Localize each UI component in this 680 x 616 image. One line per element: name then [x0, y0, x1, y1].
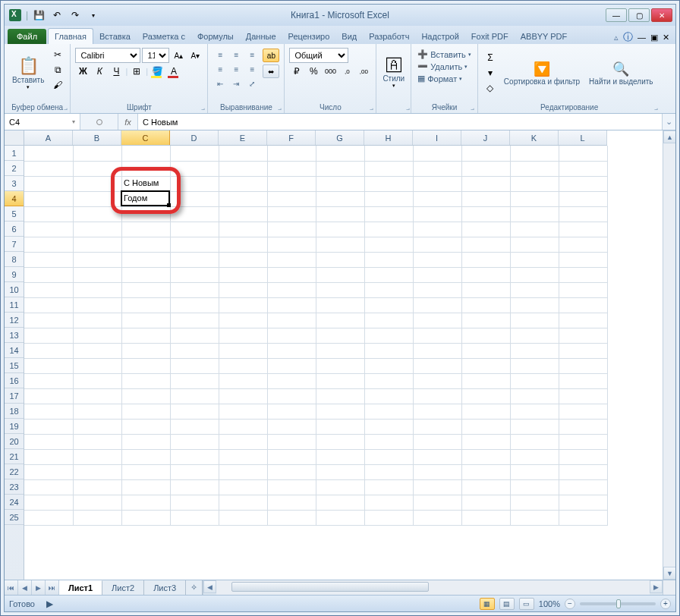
- maximize-button[interactable]: ▢: [628, 8, 650, 22]
- sheet-tab-2[interactable]: Лист2: [102, 580, 144, 595]
- col-header-C[interactable]: C: [121, 130, 170, 145]
- row-header-3[interactable]: 3: [5, 176, 24, 191]
- col-header-B[interactable]: B: [73, 130, 121, 145]
- scroll-down-icon[interactable]: ▼: [663, 567, 675, 580]
- percent-icon[interactable]: %: [306, 64, 321, 78]
- format-painter-icon[interactable]: 🖌: [50, 78, 65, 92]
- row-header-11[interactable]: 11: [5, 297, 24, 313]
- find-select-button[interactable]: 🔍 Найти и выделить: [586, 48, 656, 98]
- align-top-icon[interactable]: ≡: [212, 48, 228, 61]
- cut-icon[interactable]: ✂: [50, 48, 65, 61]
- row-header-18[interactable]: 18: [5, 404, 24, 419]
- decrease-decimal-icon[interactable]: ,00: [356, 64, 371, 78]
- row-header-1[interactable]: 1: [5, 146, 24, 161]
- increase-indent-icon[interactable]: ⇥: [228, 77, 244, 90]
- workbook-close-icon[interactable]: ✕: [663, 33, 669, 42]
- border-icon[interactable]: ⊞: [129, 64, 144, 78]
- col-header-I[interactable]: I: [413, 130, 461, 145]
- col-header-F[interactable]: F: [267, 130, 316, 145]
- row-header-20[interactable]: 20: [5, 434, 24, 449]
- col-header-L[interactable]: L: [559, 130, 607, 145]
- tab-formulas[interactable]: Формулы: [191, 29, 240, 44]
- col-header-J[interactable]: J: [461, 130, 510, 145]
- redo-icon[interactable]: ↷: [68, 8, 83, 23]
- row-header-21[interactable]: 21: [5, 449, 24, 464]
- row-header-4[interactable]: 4: [5, 191, 24, 206]
- workbook-restore-icon[interactable]: ▣: [650, 33, 658, 42]
- wrap-text-button[interactable]: ab: [263, 49, 279, 62]
- select-all-corner[interactable]: [5, 130, 24, 146]
- row-header-13[interactable]: 13: [5, 328, 24, 343]
- font-name-select[interactable]: Calibri: [75, 48, 140, 63]
- decrease-indent-icon[interactable]: ⇤: [212, 77, 228, 90]
- comma-icon[interactable]: 000: [323, 64, 338, 78]
- currency-icon[interactable]: ₽: [289, 64, 304, 78]
- underline-button[interactable]: Ч: [109, 64, 124, 78]
- minimize-ribbon-icon[interactable]: ▵: [614, 33, 619, 42]
- zoom-slider[interactable]: [580, 602, 656, 605]
- row-header-5[interactable]: 5: [5, 206, 24, 222]
- tab-insert[interactable]: Вставка: [93, 29, 137, 44]
- sheet-last-icon[interactable]: ⏭: [46, 580, 59, 595]
- scroll-left-icon[interactable]: ◀: [203, 580, 216, 593]
- font-size-select[interactable]: 11: [142, 48, 169, 63]
- delete-cells-button[interactable]: ➖Удалить▾: [416, 61, 469, 72]
- sheet-tab-3[interactable]: Лист3: [144, 580, 186, 595]
- insert-cells-button[interactable]: ➕Вставить▾: [416, 49, 473, 60]
- align-right-icon[interactable]: ≡: [244, 62, 260, 76]
- save-icon[interactable]: 💾: [31, 8, 46, 23]
- format-cells-button[interactable]: ▦Формат▾: [416, 73, 464, 84]
- expand-formula-bar-icon[interactable]: ⌄: [662, 114, 675, 130]
- row-header-9[interactable]: 9: [5, 267, 24, 282]
- sheet-next-icon[interactable]: ▶: [32, 580, 46, 595]
- row-header-22[interactable]: 22: [5, 464, 24, 479]
- copy-icon[interactable]: ⧉: [50, 63, 65, 77]
- name-box[interactable]: C4▾: [5, 114, 80, 130]
- tab-pagelayout[interactable]: Разметка с: [137, 29, 191, 44]
- styles-button[interactable]: 🄰 Стили ▾: [379, 48, 408, 98]
- tab-addins[interactable]: Надстрой: [415, 29, 464, 44]
- col-header-K[interactable]: K: [510, 130, 559, 145]
- hscroll-track[interactable]: [216, 580, 650, 595]
- align-center-icon[interactable]: ≡: [228, 62, 244, 76]
- fill-color-icon[interactable]: 🪣: [150, 64, 165, 78]
- cells-area[interactable]: С Новым Годом: [24, 146, 663, 580]
- align-left-icon[interactable]: ≡: [212, 62, 228, 76]
- row-header-8[interactable]: 8: [5, 252, 24, 267]
- paste-button[interactable]: 📋 Вставить ▾: [9, 48, 47, 98]
- col-header-D[interactable]: D: [170, 130, 219, 145]
- tab-data[interactable]: Данные: [240, 29, 282, 44]
- tab-home[interactable]: Главная: [48, 28, 93, 44]
- help-icon[interactable]: ⓘ: [623, 30, 633, 44]
- fill-icon[interactable]: ▾: [483, 66, 498, 80]
- row-header-10[interactable]: 10: [5, 282, 24, 297]
- autosum-icon[interactable]: Σ: [483, 51, 498, 64]
- merge-center-button[interactable]: ⬌: [263, 64, 279, 78]
- row-header-16[interactable]: 16: [5, 373, 24, 388]
- align-bottom-icon[interactable]: ≡: [244, 48, 260, 61]
- tab-review[interactable]: Рецензиро: [282, 29, 336, 44]
- italic-button[interactable]: К: [92, 64, 107, 78]
- tab-foxit[interactable]: Foxit PDF: [465, 29, 515, 44]
- row-header-23[interactable]: 23: [5, 479, 24, 495]
- qat-customize-icon[interactable]: ▾: [86, 8, 101, 23]
- col-header-G[interactable]: G: [316, 130, 364, 145]
- col-header-E[interactable]: E: [219, 130, 267, 145]
- close-button[interactable]: ✕: [651, 8, 672, 22]
- scroll-up-icon[interactable]: ▲: [663, 130, 675, 143]
- file-tab[interactable]: Файл: [8, 29, 46, 44]
- col-header-H[interactable]: H: [364, 130, 413, 145]
- row-header-6[interactable]: 6: [5, 222, 24, 237]
- zoom-in-button[interactable]: +: [660, 599, 671, 609]
- sort-filter-button[interactable]: 🔽 Сортировка и фильтр: [501, 48, 583, 98]
- vscroll-track[interactable]: [663, 143, 675, 567]
- vertical-scrollbar[interactable]: ▲ ▼: [663, 130, 675, 580]
- font-color-icon[interactable]: A: [166, 64, 181, 78]
- clear-icon[interactable]: ◇: [483, 81, 498, 95]
- horizontal-scrollbar[interactable]: ◀ ▶: [203, 580, 663, 595]
- row-header-14[interactable]: 14: [5, 343, 24, 358]
- workbook-minimize-icon[interactable]: —: [638, 33, 646, 42]
- row-header-2[interactable]: 2: [5, 161, 24, 176]
- macro-record-icon[interactable]: ▶: [42, 597, 58, 611]
- sheet-prev-icon[interactable]: ◀: [18, 580, 32, 595]
